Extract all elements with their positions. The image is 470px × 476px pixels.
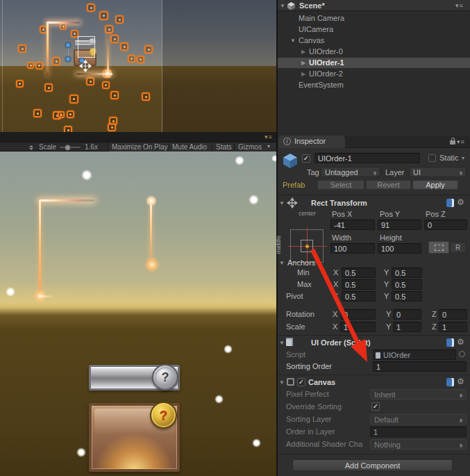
- tag-dropdown[interactable]: Untagged: [321, 167, 380, 177]
- scale-slider-knob[interactable]: [65, 145, 71, 151]
- rotation-y-field[interactable]: 0: [393, 309, 421, 320]
- static-dropdown-icon[interactable]: ▾: [462, 155, 464, 161]
- game-particle: [252, 438, 261, 448]
- min-x-field[interactable]: 0.5: [342, 268, 376, 278]
- scene-particle: [69, 95, 78, 104]
- pivot-x-field[interactable]: 0.5: [342, 291, 376, 302]
- min-x-axis-label: X: [333, 268, 338, 277]
- pivot-y-field[interactable]: 0.5: [392, 291, 422, 302]
- stats-button[interactable]: Stats: [216, 143, 232, 151]
- game-view[interactable]: ? ?: [0, 151, 276, 476]
- scale-x-field[interactable]: 1: [340, 322, 376, 332]
- pos-x-field[interactable]: -41: [330, 220, 375, 230]
- scene-foldout-icon[interactable]: ▼: [280, 3, 285, 9]
- inspector-info-icon: i: [283, 138, 291, 145]
- mute-audio-button[interactable]: Mute Audio: [172, 143, 207, 151]
- canvas-foldout-icon[interactable]: ▼: [290, 38, 296, 44]
- min-y-field[interactable]: 0.5: [392, 268, 422, 278]
- rect-transform-gear-icon[interactable]: ⚙: [457, 197, 464, 207]
- prefab-select-button[interactable]: Select: [317, 180, 364, 190]
- gizmo-handle[interactable]: [65, 56, 71, 62]
- width-label: Width: [332, 233, 351, 242]
- game-particle: [81, 170, 92, 181]
- canvas-enabled-checkbox[interactable]: ✓: [297, 378, 305, 386]
- uiorder2-foldout-icon[interactable]: ▶: [301, 71, 305, 77]
- static-checkbox[interactable]: [428, 154, 436, 162]
- order-in-layer-field[interactable]: 1: [370, 427, 467, 437]
- scene-particle: [86, 77, 94, 85]
- scale-z-field[interactable]: 1: [439, 322, 467, 332]
- layer-dropdown[interactable]: UI: [409, 167, 467, 177]
- blueprint-mode-button[interactable]: [428, 241, 449, 254]
- hierarchy-item-eventsystem[interactable]: EventSystem: [278, 80, 470, 90]
- aspect-dropdown-stepper-icon[interactable]: [29, 143, 34, 150]
- silver-help-button[interactable]: ?: [152, 364, 178, 391]
- ui-order-foldout-icon[interactable]: ▼: [279, 340, 285, 346]
- override-sorting-checkbox[interactable]: ✓: [371, 402, 380, 411]
- scene-particle: [71, 30, 78, 38]
- maximize-on-play-button[interactable]: Maximize On Play: [112, 143, 168, 151]
- pos-y-field[interactable]: 91: [378, 220, 421, 230]
- right-panel: ▼ Scene* ▾≡ Main Camera UICamera ▼ Canva…: [278, 0, 470, 476]
- gold-help-button[interactable]: ?: [150, 402, 177, 429]
- canvas-help-icon[interactable]: [446, 378, 454, 386]
- rect-transform-help-icon[interactable]: [446, 199, 454, 207]
- scene-particle: [52, 57, 60, 65]
- scene-particle: [128, 55, 135, 63]
- hierarchy-item-main-camera[interactable]: Main Camera: [278, 13, 470, 24]
- script-file-icon: [286, 338, 293, 346]
- ui-order-gear-icon[interactable]: ⚙: [457, 337, 464, 347]
- inspector-tab[interactable]: i Inspector: [278, 136, 345, 148]
- anchors-foldout-icon[interactable]: ▼: [279, 260, 285, 266]
- unity-scene-icon: [287, 1, 296, 10]
- add-component-button[interactable]: Add Component: [292, 459, 453, 471]
- prefab-apply-button[interactable]: Apply: [412, 180, 458, 190]
- sorting-layer-label: Sorting Layer: [286, 415, 331, 423]
- hierarchy-item-uicamera[interactable]: UICamera: [278, 24, 470, 35]
- scene-particle: [58, 111, 65, 118]
- hierarchy-item-uiorder-1[interactable]: ▶ UIOrder-1: [278, 58, 470, 68]
- raw-edit-mode-button[interactable]: R: [450, 242, 466, 253]
- anchor-preset-widget[interactable]: [290, 229, 324, 263]
- game-panel-menu-icon[interactable]: ▾≡: [265, 133, 273, 140]
- inspector-tab-label: Inspector: [294, 137, 326, 145]
- script-reference-field[interactable]: UIOrder: [373, 350, 456, 360]
- ui-order-help-icon[interactable]: [446, 338, 454, 347]
- pixel-perfect-dropdown[interactable]: Inherit: [370, 389, 467, 400]
- uiorder1-foldout-icon[interactable]: ▶: [301, 60, 305, 66]
- pos-z-field[interactable]: 0: [424, 220, 467, 230]
- canvas-title: Canvas: [308, 378, 335, 386]
- scene-view[interactable]: [0, 0, 276, 132]
- rect-transform-foldout-icon[interactable]: ▼: [279, 200, 285, 206]
- gizmo-handle[interactable]: [65, 42, 71, 48]
- scene-particle: [102, 81, 110, 89]
- additional-shader-channels-dropdown[interactable]: Nothing: [370, 439, 467, 450]
- rotation-z-field[interactable]: 0: [439, 309, 467, 320]
- hierarchy-item-uiorder-0[interactable]: ▶ UIOrder-0: [278, 47, 470, 57]
- canvas-component-foldout-icon[interactable]: ▼: [279, 379, 285, 386]
- prefab-revert-button[interactable]: Revert: [366, 180, 411, 190]
- gizmos-button[interactable]: Gizmos: [238, 143, 262, 151]
- uiorder0-foldout-icon[interactable]: ▶: [301, 49, 305, 55]
- width-field[interactable]: 100: [330, 243, 375, 254]
- game-toolbar: Scale 1.6x Maximize On Play Mute Audio S…: [0, 142, 276, 151]
- rect-transform-title: Rect Transform: [311, 199, 367, 207]
- gizmos-dropdown-icon[interactable]: ▾: [267, 143, 270, 149]
- scene-particle: [64, 126, 72, 132]
- scale-y-field[interactable]: 1: [393, 322, 421, 332]
- gold-question-label: ?: [151, 403, 176, 427]
- object-picker-icon[interactable]: [459, 351, 465, 357]
- sorting-order-field[interactable]: 1: [373, 361, 467, 372]
- rotation-x-field[interactable]: 0: [340, 309, 376, 320]
- hierarchy-item-canvas[interactable]: ▼ Canvas: [278, 35, 470, 46]
- height-field[interactable]: 100: [378, 243, 421, 254]
- hierarchy-item-uiorder-2[interactable]: ▶ UIOrder-2: [278, 69, 470, 79]
- active-checkbox[interactable]: ✓: [302, 154, 310, 163]
- max-y-field[interactable]: 0.5: [392, 279, 422, 290]
- inspector-menu-icon[interactable]: ▾≡: [457, 138, 465, 145]
- canvas-gear-icon[interactable]: ⚙: [457, 377, 464, 386]
- name-field[interactable]: [314, 153, 420, 163]
- sorting-layer-dropdown[interactable]: Default: [370, 414, 467, 425]
- max-x-field[interactable]: 0.5: [342, 279, 376, 290]
- hierarchy-menu-icon[interactable]: ▾≡: [455, 2, 464, 9]
